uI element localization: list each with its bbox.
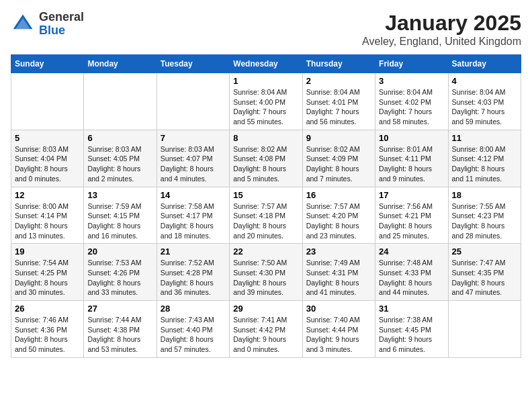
day-info: Sunrise: 7:54 AM Sunset: 4:25 PM Dayligh… [15,258,80,298]
day-number: 12 [15,190,80,200]
calendar-cell: 12Sunrise: 8:00 AM Sunset: 4:14 PM Dayli… [11,187,84,244]
logo-text: General Blue [39,11,84,38]
day-number: 8 [233,133,298,143]
day-number: 6 [87,133,152,143]
calendar-cell: 3Sunrise: 8:04 AM Sunset: 4:02 PM Daylig… [375,73,448,130]
day-number: 14 [161,190,226,200]
day-number: 16 [306,190,371,200]
calendar-cell [157,73,229,130]
day-info: Sunrise: 8:03 AM Sunset: 4:07 PM Dayligh… [161,144,226,184]
calendar-week-row: 19Sunrise: 7:54 AM Sunset: 4:25 PM Dayli… [11,244,521,301]
col-header-saturday: Saturday [448,55,521,73]
calendar-cell: 29Sunrise: 7:41 AM Sunset: 4:42 PM Dayli… [230,301,302,358]
day-info: Sunrise: 7:40 AM Sunset: 4:44 PM Dayligh… [306,315,371,355]
day-info: Sunrise: 7:57 AM Sunset: 4:18 PM Dayligh… [233,201,298,241]
calendar-cell: 23Sunrise: 7:49 AM Sunset: 4:31 PM Dayli… [302,244,375,301]
calendar-cell: 11Sunrise: 8:00 AM Sunset: 4:12 PM Dayli… [448,130,521,187]
day-number: 1 [233,76,298,86]
calendar-cell: 13Sunrise: 7:59 AM Sunset: 4:15 PM Dayli… [84,187,157,244]
day-info: Sunrise: 7:41 AM Sunset: 4:42 PM Dayligh… [233,315,298,355]
calendar-week-row: 5Sunrise: 8:03 AM Sunset: 4:04 PM Daylig… [11,130,521,187]
calendar-week-row: 12Sunrise: 8:00 AM Sunset: 4:14 PM Dayli… [11,187,521,244]
calendar-cell [448,301,521,358]
page-subtitle: Aveley, England, United Kingdom [362,36,521,48]
title-block: January 2025 Aveley, England, United Kin… [362,11,521,48]
day-info: Sunrise: 8:01 AM Sunset: 4:11 PM Dayligh… [379,144,444,184]
calendar-cell: 10Sunrise: 8:01 AM Sunset: 4:11 PM Dayli… [375,130,448,187]
day-info: Sunrise: 8:00 AM Sunset: 4:12 PM Dayligh… [452,144,517,184]
day-info: Sunrise: 7:43 AM Sunset: 4:40 PM Dayligh… [161,315,226,355]
calendar-cell: 22Sunrise: 7:50 AM Sunset: 4:30 PM Dayli… [230,244,302,301]
day-info: Sunrise: 7:52 AM Sunset: 4:28 PM Dayligh… [161,258,226,298]
day-info: Sunrise: 7:38 AM Sunset: 4:45 PM Dayligh… [379,315,444,355]
day-number: 21 [161,246,226,257]
calendar-cell: 14Sunrise: 7:58 AM Sunset: 4:17 PM Dayli… [157,187,229,244]
calendar-cell: 26Sunrise: 7:46 AM Sunset: 4:36 PM Dayli… [11,301,84,358]
calendar-cell: 16Sunrise: 7:57 AM Sunset: 4:20 PM Dayli… [302,187,375,244]
day-info: Sunrise: 8:04 AM Sunset: 4:02 PM Dayligh… [379,87,444,127]
day-number: 11 [452,133,517,143]
day-info: Sunrise: 8:04 AM Sunset: 4:01 PM Dayligh… [306,87,371,127]
day-number: 31 [379,304,444,314]
day-number: 10 [379,133,444,143]
day-info: Sunrise: 7:44 AM Sunset: 4:38 PM Dayligh… [87,315,152,355]
col-header-wednesday: Wednesday [230,55,302,73]
day-info: Sunrise: 7:53 AM Sunset: 4:26 PM Dayligh… [87,258,152,298]
day-number: 5 [15,133,80,143]
day-number: 2 [306,76,371,86]
day-number: 24 [379,246,444,257]
day-info: Sunrise: 7:47 AM Sunset: 4:35 PM Dayligh… [452,258,517,298]
logo-blue: Blue [39,24,65,37]
day-info: Sunrise: 8:04 AM Sunset: 4:00 PM Dayligh… [233,87,298,127]
logo-icon [11,12,35,36]
day-info: Sunrise: 8:04 AM Sunset: 4:03 PM Dayligh… [452,87,517,127]
day-info: Sunrise: 7:55 AM Sunset: 4:23 PM Dayligh… [452,201,517,241]
day-info: Sunrise: 8:03 AM Sunset: 4:04 PM Dayligh… [15,144,80,184]
day-info: Sunrise: 7:46 AM Sunset: 4:36 PM Dayligh… [15,315,80,355]
page-title: January 2025 [362,11,521,36]
calendar-cell: 21Sunrise: 7:52 AM Sunset: 4:28 PM Dayli… [157,244,229,301]
col-header-thursday: Thursday [302,55,375,73]
calendar-cell: 27Sunrise: 7:44 AM Sunset: 4:38 PM Dayli… [84,301,157,358]
day-number: 7 [161,133,226,143]
day-number: 28 [161,304,226,314]
col-header-friday: Friday [375,55,448,73]
day-info: Sunrise: 8:00 AM Sunset: 4:14 PM Dayligh… [15,201,80,241]
calendar-cell: 1Sunrise: 8:04 AM Sunset: 4:00 PM Daylig… [230,73,302,130]
calendar-cell [84,73,157,130]
day-number: 13 [87,190,152,200]
page-header: General Blue January 2025 Aveley, Englan… [11,11,521,48]
calendar-cell: 9Sunrise: 8:02 AM Sunset: 4:09 PM Daylig… [302,130,375,187]
day-info: Sunrise: 7:48 AM Sunset: 4:33 PM Dayligh… [379,258,444,298]
calendar-week-row: 26Sunrise: 7:46 AM Sunset: 4:36 PM Dayli… [11,301,521,358]
calendar-cell: 5Sunrise: 8:03 AM Sunset: 4:04 PM Daylig… [11,130,84,187]
calendar-cell: 19Sunrise: 7:54 AM Sunset: 4:25 PM Dayli… [11,244,84,301]
day-number: 20 [87,246,152,257]
col-header-tuesday: Tuesday [157,55,229,73]
calendar-header-row: SundayMondayTuesdayWednesdayThursdayFrid… [11,55,521,73]
day-number: 9 [306,133,371,143]
day-number: 26 [15,304,80,314]
day-number: 18 [452,190,517,200]
day-number: 22 [233,246,298,257]
day-number: 25 [452,246,517,257]
calendar-cell: 25Sunrise: 7:47 AM Sunset: 4:35 PM Dayli… [448,244,521,301]
logo-general: General [39,10,84,24]
calendar-cell: 18Sunrise: 7:55 AM Sunset: 4:23 PM Dayli… [448,187,521,244]
col-header-monday: Monday [84,55,157,73]
calendar-cell [11,73,84,130]
calendar-cell: 6Sunrise: 8:03 AM Sunset: 4:05 PM Daylig… [84,130,157,187]
day-info: Sunrise: 7:49 AM Sunset: 4:31 PM Dayligh… [306,258,371,298]
logo: General Blue [11,11,84,38]
calendar-cell: 28Sunrise: 7:43 AM Sunset: 4:40 PM Dayli… [157,301,229,358]
calendar-cell: 31Sunrise: 7:38 AM Sunset: 4:45 PM Dayli… [375,301,448,358]
day-number: 30 [306,304,371,314]
calendar-cell: 30Sunrise: 7:40 AM Sunset: 4:44 PM Dayli… [302,301,375,358]
calendar-cell: 4Sunrise: 8:04 AM Sunset: 4:03 PM Daylig… [448,73,521,130]
calendar-table: SundayMondayTuesdayWednesdayThursdayFrid… [11,54,521,358]
day-info: Sunrise: 8:02 AM Sunset: 4:09 PM Dayligh… [306,144,371,184]
day-info: Sunrise: 8:02 AM Sunset: 4:08 PM Dayligh… [233,144,298,184]
calendar-cell: 15Sunrise: 7:57 AM Sunset: 4:18 PM Dayli… [230,187,302,244]
calendar-cell: 2Sunrise: 8:04 AM Sunset: 4:01 PM Daylig… [302,73,375,130]
day-number: 23 [306,246,371,257]
